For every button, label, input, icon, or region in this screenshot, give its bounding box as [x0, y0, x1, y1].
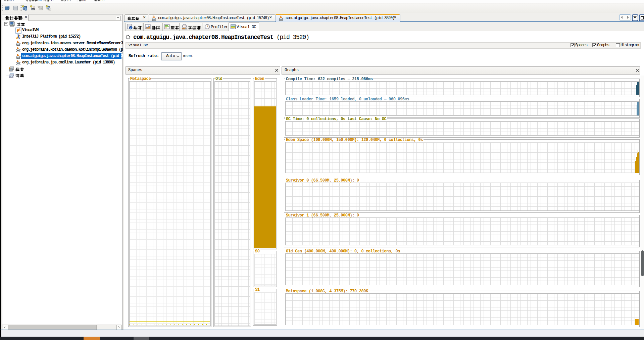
- svg-text:JMX: JMX: [32, 9, 34, 10]
- svg-text:01: 01: [40, 8, 41, 10]
- svg-text:i: i: [130, 27, 131, 30]
